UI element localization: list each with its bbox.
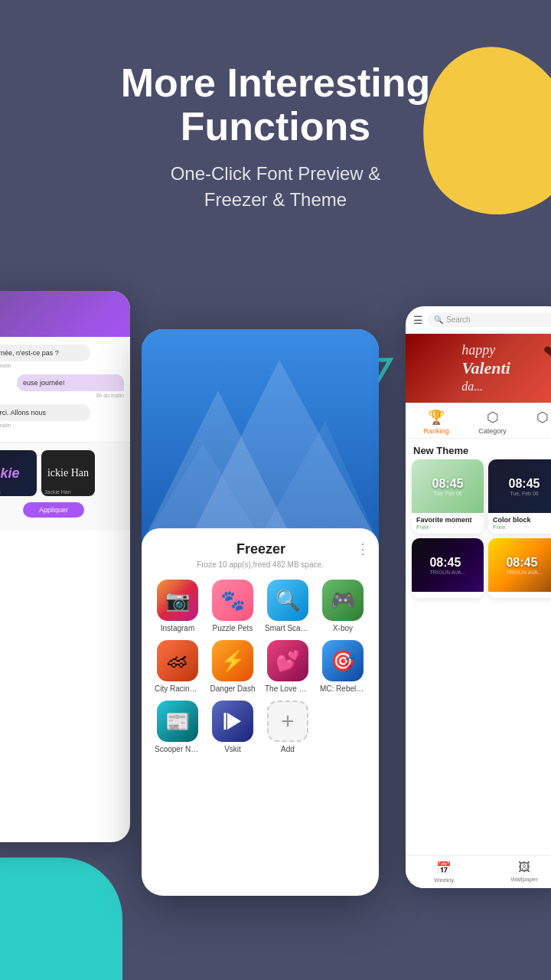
title-line1: More Interesting	[121, 60, 431, 105]
theme-card-info-1: Favorite moment Free	[412, 513, 484, 534]
chat-bubble-3: clairci. Allons nous	[0, 404, 90, 421]
app-icon-puzzle: 🐾	[212, 580, 253, 621]
theme-date-2: Tue, Feb 06	[509, 491, 540, 496]
chat-message-1: journée, n'est-ce pas ? 9h du matin	[0, 345, 124, 368]
font-row: kie owers ickie Han Jackie Han	[0, 450, 124, 496]
theme-banner: happyValentida... ❤	[406, 334, 551, 403]
app-item-cityracing[interactable]: 🏎 City Racing ...	[154, 640, 201, 693]
theme-card-2[interactable]: 08:45 Tue, Feb 06 Color block Free	[488, 459, 551, 534]
phones-area: DAY journée, n'est-ce pas ? 9h du matin …	[0, 291, 551, 980]
theme-card-3[interactable]: 08:45 TRIGUN AVA...	[412, 538, 484, 598]
chat-messages: journée, n'est-ce pas ? 9h du matin euse…	[0, 337, 130, 442]
theme-date-4: TRIGUN AVA...	[506, 570, 542, 575]
hamburger-icon[interactable]: ☰	[413, 314, 423, 326]
bottom-nav-weekly[interactable]: 📅 Weekly	[434, 861, 454, 884]
theme-nav: 🏆 Ranking ⬡ Category ⬡	[406, 403, 551, 439]
app-label-puzzle: Puzzle Pets	[213, 624, 253, 632]
app-label-vskit: Vskit	[224, 745, 241, 753]
theme-card-img-3: 08:45 TRIGUN AVA...	[412, 538, 484, 592]
app-item-add[interactable]: + Add	[264, 701, 311, 753]
app-label-scooper: Scooper Ne...	[155, 745, 201, 753]
app-label-dangerdash: Danger Dash	[210, 684, 256, 693]
theme-card-1[interactable]: 08:45 Tue, Feb 06 Favorite moment Free	[412, 459, 484, 534]
category-label: Category	[478, 427, 507, 435]
theme-card-img-2: 08:45 Tue, Feb 06	[488, 459, 551, 513]
theme-nav-category[interactable]: ⬡ Category	[478, 409, 507, 435]
font-name-2: Jackie Han	[44, 489, 71, 495]
app-icon-mcrebel: 🎯	[322, 640, 364, 681]
app-icon-instagram: 📷	[157, 580, 198, 621]
apply-button[interactable]: Appliquer	[23, 502, 84, 518]
theme-date-3: TRIGUN AVA...	[429, 570, 465, 575]
font-card-2[interactable]: ickie Han Jackie Han	[41, 450, 95, 496]
phone-freezer: Freezer ⋮ Froze 10 app(s),freed 482 MB s…	[142, 329, 379, 896]
extra-icon: ⬡	[536, 409, 549, 426]
theme-card-info-3	[412, 592, 484, 598]
ranking-icon: 🏆	[428, 409, 445, 426]
header-section: More Interesting Functions One-Click Fon…	[0, 0, 551, 213]
chat-message-2: euse journée! 9h du matin	[0, 374, 124, 398]
app-item-dangerdash[interactable]: ⚡ Danger Dash	[209, 640, 256, 693]
new-theme-heading: New Theme	[406, 439, 551, 459]
theme-nav-ranking[interactable]: 🏆 Ranking	[423, 409, 448, 435]
app-item-scooper[interactable]: 📰 Scooper Ne...	[154, 701, 201, 753]
font-preview-text: kie	[0, 466, 19, 482]
theme-card-info-4	[488, 592, 551, 598]
heart-decoration: ❤	[543, 341, 551, 363]
chat-header: DAY	[0, 291, 130, 337]
app-icon-lovebo: 💕	[267, 640, 308, 681]
title-line2: Functions	[181, 104, 370, 149]
theme-clock-2: 08:45	[509, 477, 540, 491]
font-name-1: owers	[0, 489, 1, 495]
app-grid: 📷 Instagram 🐾 Puzzle Pets 🔍 Smart Scan..…	[151, 580, 370, 753]
weekly-icon: 📅	[436, 861, 452, 875]
freezer-panel: Freezer ⋮ Froze 10 app(s),freed 482 MB s…	[142, 528, 379, 896]
theme-card-img-4: 08:45 TRIGUN AVA...	[488, 538, 551, 592]
wallpaper-label: Wallpaper	[510, 876, 538, 883]
phone-left: DAY journée, n'est-ce pas ? 9h du matin …	[0, 291, 130, 842]
chat-time-2: 9h du matin	[0, 393, 124, 398]
theme-card-free-2: Free	[493, 524, 551, 531]
theme-card-info-2: Color block Free	[488, 513, 551, 534]
chat-bubble: journée, n'est-ce pas ?	[0, 345, 90, 361]
freezer-title: Freezer	[166, 541, 356, 557]
theme-card-name-1: Favorite moment	[416, 516, 479, 524]
wallpaper-icon: 🖼	[518, 861, 530, 874]
theme-card-name-2: Color block	[493, 516, 551, 524]
phone-theme: ☰ 🔍 Search happyValentida... ❤ 🏆 Ranking…	[406, 306, 551, 888]
theme-header: ☰ 🔍 Search	[406, 306, 551, 334]
app-icon-smartscan: 🔍	[267, 580, 308, 621]
app-icon-dangerdash: ⚡	[212, 640, 253, 681]
theme-grid: 08:45 Tue, Feb 06 Favorite moment Free 0…	[406, 459, 551, 604]
theme-card-free-1: Free	[416, 524, 479, 531]
app-item-mcrebel[interactable]: 🎯 MC: Rebel G...	[319, 640, 367, 693]
freezer-bg: Freezer ⋮ Froze 10 app(s),freed 482 MB s…	[142, 329, 379, 896]
chat-message-3: clairci. Allons nous 9h du matin	[0, 404, 124, 428]
category-icon: ⬡	[487, 409, 499, 426]
app-item-smartscan[interactable]: 🔍 Smart Scan...	[264, 580, 311, 632]
search-placeholder: Search	[446, 315, 471, 324]
app-label-mcrebel: MC: Rebel G...	[320, 684, 366, 693]
app-icon-add: +	[267, 701, 308, 742]
svg-marker-5	[227, 713, 241, 730]
font-card-1[interactable]: kie owers	[0, 450, 37, 496]
theme-card-4[interactable]: 08:45 TRIGUN AVA...	[488, 538, 551, 598]
app-item-instagram[interactable]: 📷 Instagram	[154, 580, 201, 632]
freezer-menu-button[interactable]: ⋮	[356, 541, 370, 557]
app-item-xboy[interactable]: 🎮 X-boy	[319, 580, 367, 632]
app-item-vskit[interactable]: Vskit	[209, 701, 256, 753]
app-item-lovebo[interactable]: 💕 The Love Bo...	[264, 640, 311, 693]
search-icon: 🔍	[434, 315, 443, 324]
freezer-title-row: Freezer ⋮	[151, 541, 370, 557]
app-item-puzzle[interactable]: 🐾 Puzzle Pets	[209, 580, 256, 632]
main-subtitle: One-Click Font Preview &Freezer & Theme	[31, 161, 520, 212]
search-bar[interactable]: 🔍 Search	[428, 312, 551, 327]
weekly-label: Weekly	[434, 877, 454, 884]
chat-bubble-me: euse journée!	[17, 374, 124, 391]
font-preview-text-2: ickie Han	[47, 467, 89, 479]
chat-time-3: 9h du matin	[0, 423, 124, 428]
ranking-label: Ranking	[423, 427, 448, 435]
bottom-nav-wallpaper[interactable]: 🖼 Wallpaper	[510, 861, 538, 884]
theme-nav-extra[interactable]: ⬡	[536, 409, 549, 435]
app-label-cityracing: City Racing ...	[155, 684, 201, 693]
